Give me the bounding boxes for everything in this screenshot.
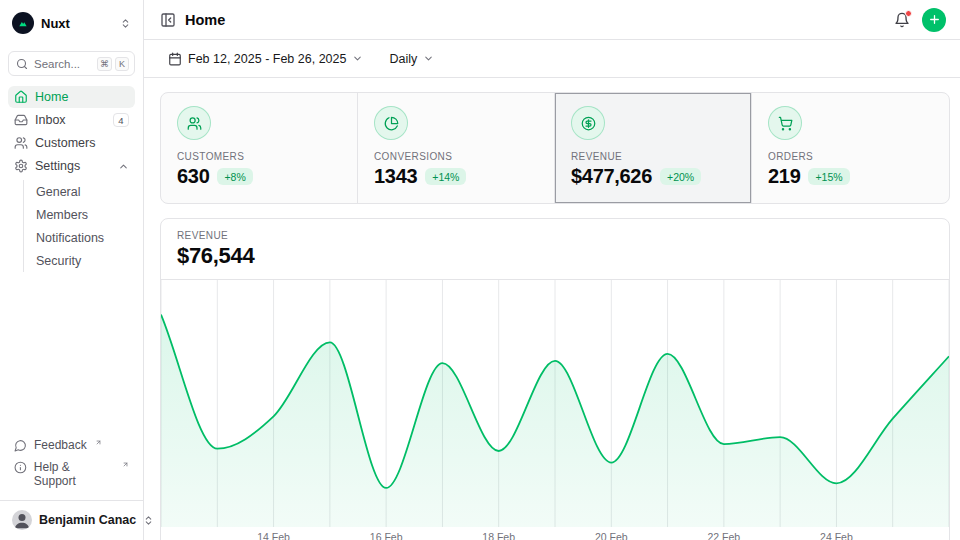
period-select[interactable]: Daily [381, 47, 442, 71]
stat-label: Orders [768, 151, 933, 162]
feedback-label: Feedback [34, 438, 87, 452]
sidebar-nav: Home Inbox 4 Customers Settings General … [8, 86, 135, 272]
sidebar: Nuxt Search... ⌘K Home Inbox 4 [0, 0, 144, 540]
notifications-button[interactable] [894, 12, 910, 28]
sidebar-item-customers[interactable]: Customers [8, 132, 135, 154]
chart-label: Revenue [177, 230, 933, 241]
external-link-icon [122, 460, 129, 468]
stat-value: 1343 [374, 165, 417, 188]
date-range-picker[interactable]: Feb 12, 2025 - Feb 26, 2025 [160, 47, 371, 71]
stat-label: Conversions [374, 151, 538, 162]
app-root: Nuxt Search... ⌘K Home Inbox 4 [0, 0, 960, 540]
date-range-label: Feb 12, 2025 - Feb 26, 2025 [188, 52, 346, 66]
users-icon [14, 136, 28, 150]
search-shortcut: ⌘K [97, 57, 129, 71]
stat-card-orders[interactable]: Orders 219 +15% [752, 93, 949, 203]
avatar [12, 510, 32, 530]
x-tick-label: 16 Feb [370, 531, 403, 540]
main-area: Home Feb 12, 2025 - Feb 26, 2025 Daily [144, 0, 960, 540]
revenue-chart-card: Revenue $76,544 14 Feb16 Feb18 Feb20 Feb… [160, 218, 950, 540]
stats-row: Customers 630 +8% Conversions 1343 +14% [160, 92, 950, 204]
revenue-area-chart[interactable] [161, 280, 949, 527]
inbox-icon [14, 113, 28, 127]
stat-card-customers[interactable]: Customers 630 +8% [161, 93, 358, 203]
page-content: Customers 630 +8% Conversions 1343 +14% [144, 78, 960, 540]
x-tick-label: 24 Feb [820, 531, 853, 540]
chart-pie-icon [374, 106, 408, 140]
help-support-link[interactable]: Help & Support [8, 456, 135, 492]
stat-delta-badge: +20% [660, 168, 701, 185]
sidebar-item-security[interactable]: Security [28, 249, 135, 272]
x-tick-label: 14 Feb [257, 531, 290, 540]
search-placeholder: Search... [34, 58, 91, 70]
info-circle-icon [14, 461, 27, 474]
chart-x-axis: 14 Feb16 Feb18 Feb20 Feb22 Feb24 Feb [161, 527, 949, 540]
sidebar-item-label: Settings [35, 159, 111, 173]
sidebar-item-label: Customers [35, 136, 129, 150]
search-icon [16, 58, 28, 70]
sidebar-divider [0, 500, 143, 501]
sidebar-item-label: Inbox [35, 113, 106, 127]
plus-icon [928, 13, 941, 26]
workspace-switcher[interactable]: Nuxt [8, 9, 135, 37]
page-title: Home [185, 12, 225, 28]
users-icon [177, 106, 211, 140]
x-tick-label: 20 Feb [595, 531, 628, 540]
search-input[interactable]: Search... ⌘K [8, 51, 135, 76]
chart-header: Revenue $76,544 [161, 219, 949, 280]
stat-value: 219 [768, 165, 800, 188]
sidebar-item-home[interactable]: Home [8, 86, 135, 108]
stat-card-conversions[interactable]: Conversions 1343 +14% [358, 93, 555, 203]
settings-subnav: General Members Notifications Security [23, 180, 135, 272]
workspace-name: Nuxt [41, 16, 113, 31]
filter-toolbar: Feb 12, 2025 - Feb 26, 2025 Daily [144, 40, 960, 78]
shopping-cart-icon [768, 106, 802, 140]
nuxt-logo-icon [12, 12, 34, 34]
feedback-link[interactable]: Feedback [8, 434, 135, 456]
chevron-down-icon [352, 53, 363, 64]
sidebar-item-general[interactable]: General [28, 180, 135, 203]
stat-value: 630 [177, 165, 209, 188]
user-name: Benjamin Canac [39, 513, 136, 527]
chevrons-up-down-icon [120, 18, 131, 29]
sidebar-item-notifications[interactable]: Notifications [28, 226, 135, 249]
stat-label: Revenue [571, 151, 735, 162]
gear-icon [14, 159, 28, 173]
chevron-up-icon [118, 161, 129, 172]
stat-delta-badge: +15% [808, 168, 849, 185]
sidebar-item-settings[interactable]: Settings [8, 155, 135, 177]
home-icon [14, 90, 28, 104]
stat-delta-badge: +14% [425, 168, 466, 185]
x-tick-label: 18 Feb [482, 531, 515, 540]
sidebar-item-label: Home [35, 90, 129, 104]
kbd-meta: ⌘ [97, 57, 112, 71]
stat-card-revenue[interactable]: Revenue $477,626 +20% [555, 93, 752, 203]
page-header: Home [144, 0, 960, 40]
message-circle-icon [14, 439, 27, 452]
stat-value: $477,626 [571, 165, 652, 188]
stat-delta-badge: +8% [217, 168, 252, 185]
stat-label: Customers [177, 151, 341, 162]
sidebar-item-inbox[interactable]: Inbox 4 [8, 109, 135, 131]
kbd-k: K [115, 57, 129, 71]
x-tick-label: 22 Feb [707, 531, 740, 540]
circle-dollar-icon [571, 106, 605, 140]
calendar-icon [168, 52, 182, 66]
add-button[interactable] [922, 8, 946, 32]
sidebar-item-members[interactable]: Members [28, 203, 135, 226]
help-support-label: Help & Support [34, 460, 114, 488]
sidebar-spacer [8, 272, 135, 434]
external-link-icon [95, 438, 102, 446]
inbox-count-badge: 4 [113, 113, 129, 127]
chart-total-value: $76,544 [177, 243, 933, 269]
period-label: Daily [389, 52, 417, 66]
user-menu[interactable]: Benjamin Canac [8, 508, 135, 532]
sidebar-collapse-icon[interactable] [160, 12, 176, 28]
chevron-down-icon [423, 53, 434, 64]
notification-dot [905, 10, 912, 17]
